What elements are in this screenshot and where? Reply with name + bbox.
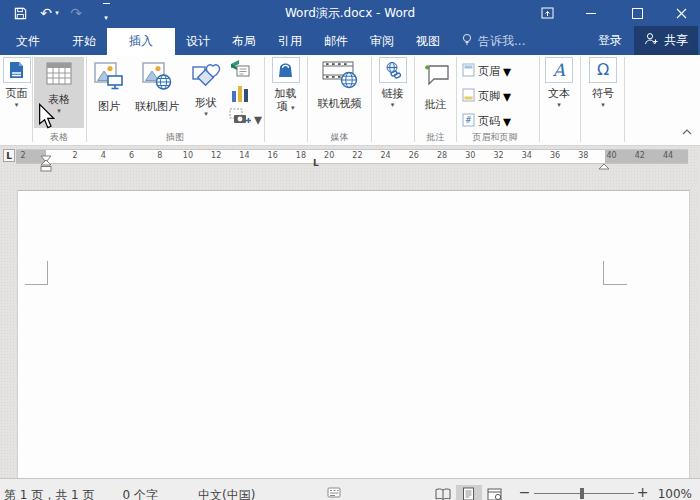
comment-label: 批注 [425,98,447,111]
comment-button[interactable]: 批注 [417,57,454,111]
tab-references[interactable]: 引用 [267,28,313,55]
share-label: 共享 [664,32,688,49]
svg-text:#: # [465,116,472,125]
qat-customize-icon[interactable]: ▾ [96,3,116,23]
group-divider [580,57,581,142]
addins-label-line1: 加载 [275,87,297,100]
header-icon [462,62,475,81]
ruler-number: 8 [157,151,162,160]
zoom-out-button[interactable]: − [516,484,534,500]
online-picture-icon [141,61,173,95]
pages-button[interactable]: 页面 ▾ [2,57,31,109]
status-bar: 第 1 页，共 1 页 0 个字 中文(中国) − + 100% [0,478,700,500]
pictures-label: 图片 [98,100,120,113]
page-number-button[interactable]: # 页码 ▾ [462,109,511,133]
screenshot-icon [229,108,251,130]
share-button[interactable]: 共享 [634,26,698,55]
header-footer-group-label: 页眉和页脚 [452,131,538,144]
group-divider [414,57,415,142]
pictures-button[interactable]: 图片 [89,57,129,113]
text-button[interactable]: A 文本 ▾ [542,57,576,109]
tab-insert[interactable]: 插入 [107,28,175,55]
ruler-number: 14 [239,151,249,160]
tab-review[interactable]: 审阅 [359,28,405,55]
page-info[interactable]: 第 1 页，共 1 页 [4,487,95,500]
symbols-button[interactable]: Ω 符号 ▾ [585,57,621,109]
ruler-number: 24 [381,151,391,160]
group-divider [32,57,33,142]
ribbon-tab-row: 文件 开始 插入 设计 布局 引用 邮件 审阅 视图 告诉我... 登录 共享 [0,26,700,55]
document-page[interactable] [17,190,690,478]
chevron-down-icon: ▾ [254,110,262,129]
zoom-level[interactable]: 100% [658,487,692,500]
links-button[interactable]: 链接 ▾ [374,57,411,109]
ruler-number: 34 [522,151,532,160]
text-a-icon: A [545,57,573,83]
shapes-label: 形状 [195,96,217,109]
chevron-down-icon: ▾ [503,87,511,106]
margin-corner-mark [603,284,627,285]
ruler-number: 20 [324,151,334,160]
header-button[interactable]: 页眉 ▾ [462,59,511,83]
ruler-number: 16 [268,151,278,160]
zoom-in-button[interactable]: + [634,484,652,500]
ruler-number: 42 [635,151,645,160]
zoom-slider[interactable] [534,493,634,494]
links-label: 链接 [382,87,404,100]
smartart-icon[interactable] [230,59,250,81]
ruler-number: 22 [352,151,362,160]
lightbulb-icon [461,33,473,50]
screenshot-button[interactable]: ▾ [229,108,262,130]
online-video-button[interactable]: 联机视频 [311,57,368,110]
sign-in-button[interactable]: 登录 [586,32,634,49]
proofing-status-icon[interactable] [327,487,341,500]
addins-label-line2: 项 ▾ [276,100,294,113]
ribbon-display-options-icon[interactable] [530,0,564,26]
undo-dropdown-icon[interactable]: ▾ [52,3,62,23]
read-mode-button[interactable] [430,485,456,500]
collapse-ribbon-icon[interactable] [682,120,692,139]
tab-selector[interactable]: L [3,149,15,162]
save-icon[interactable] [10,3,30,23]
tab-file[interactable]: 文件 [5,28,51,55]
group-divider [307,57,308,142]
tab-home[interactable]: 开始 [61,28,107,55]
tab-mailings[interactable]: 邮件 [313,28,359,55]
zoom-slider-thumb[interactable] [580,488,584,499]
title-bar: Word演示.docx - Word ↶ ▾ ↷ ▾ [0,0,700,26]
account-cluster: 登录 共享 [586,26,700,55]
chart-icon[interactable] [231,83,249,107]
ruler-number: 10 [183,151,193,160]
margin-corner-mark [47,261,48,285]
tell-me-label: 告诉我... [478,33,525,50]
close-icon[interactable] [664,0,698,26]
ruler-number: 36 [550,151,560,160]
word-count[interactable]: 0 个字 [123,487,158,500]
shapes-button[interactable]: 形状 ▾ [186,57,226,118]
redo-icon[interactable]: ↷ [66,3,86,23]
footer-button[interactable]: 页脚 ▾ [462,84,511,108]
ruler-number: 32 [494,151,504,160]
comment-icon [421,62,451,92]
hanging-indent-marker[interactable] [40,157,52,176]
tell-me-box[interactable]: 告诉我... [461,28,525,55]
margin-corner-mark [603,261,604,285]
tab-layout[interactable]: 布局 [221,28,267,55]
illustrations-group-label: 插图 [89,131,261,144]
tab-view[interactable]: 视图 [405,28,451,55]
online-pictures-button[interactable]: 联机图片 [131,57,183,113]
online-video-label: 联机视频 [318,97,362,110]
table-icon [46,62,72,89]
maximize-icon[interactable] [620,0,654,26]
web-layout-button[interactable] [482,485,508,500]
right-indent-marker[interactable] [598,156,610,175]
addins-button[interactable]: 加载 项 ▾ [267,57,304,113]
ruler-number: 30 [465,151,475,160]
tab-stop-marker[interactable]: L [313,158,319,168]
print-layout-button[interactable] [456,485,482,500]
minimize-icon[interactable] [574,0,608,26]
tab-design[interactable]: 设计 [175,28,221,55]
language-status[interactable]: 中文(中国) [198,487,255,500]
comments-group-label: 批注 [417,131,454,144]
ruler-number: 26 [409,151,419,160]
